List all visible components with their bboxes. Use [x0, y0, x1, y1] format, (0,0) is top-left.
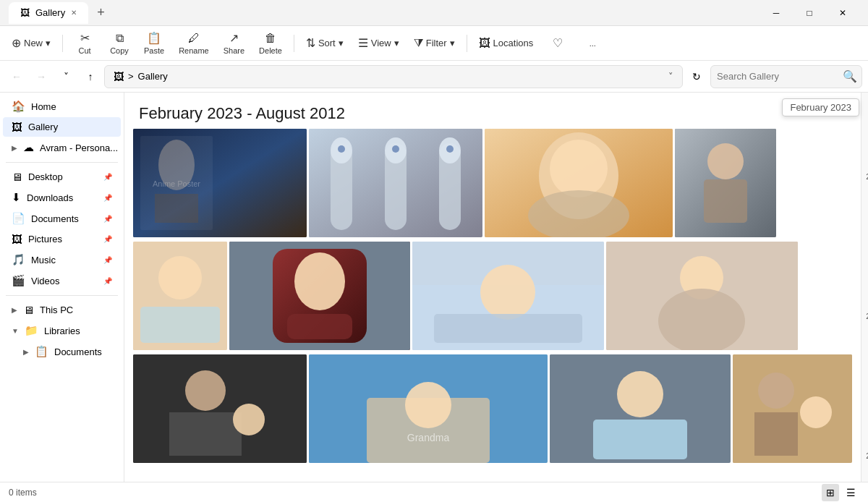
address-dropdown-button[interactable]: ˅: [668, 71, 673, 82]
address-bar: ← → ˅ ↑ 🖼 > Gallery ˅ ↻ 🔍: [0, 61, 868, 93]
refresh-button[interactable]: ↻: [686, 66, 707, 88]
photo-cell[interactable]: [606, 242, 798, 350]
svg-rect-46: [593, 420, 687, 459]
photo-cell[interactable]: Anime Poster: [133, 129, 307, 237]
close-button[interactable]: ✕: [826, 0, 859, 26]
share-button[interactable]: ↗ Share: [218, 29, 250, 58]
photo-cell[interactable]: [412, 242, 604, 350]
photo-cell[interactable]: [733, 354, 852, 463]
sidebar-item-documents[interactable]: 📄 Documents 📌: [3, 208, 121, 229]
tab-label: Gallery: [35, 7, 65, 18]
sidebar-item-lib-documents[interactable]: ▶ 📋 Documents: [3, 341, 121, 362]
pin-icon-downloads: 📌: [103, 194, 112, 202]
search-box[interactable]: 🔍: [710, 65, 862, 88]
sort-button[interactable]: ⇅ Sort ▾: [300, 29, 349, 58]
photo-cell[interactable]: [133, 354, 307, 463]
sort-dropdown-icon: ▾: [339, 38, 344, 48]
tab-close-button[interactable]: ✕: [71, 9, 77, 17]
copy-button[interactable]: ⧉ Copy: [103, 29, 135, 58]
main-layout: 🏠 Home 🖼 Gallery ▶ ☁ Avram - Persona... …: [0, 93, 868, 482]
delete-button[interactable]: 🗑 Delete: [253, 29, 288, 58]
sidebar-item-gallery[interactable]: 🖼 Gallery: [3, 117, 121, 137]
sidebar-item-pictures[interactable]: 🖼 Pictures 📌: [3, 229, 121, 249]
sidebar-item-videos-label: Videos: [31, 276, 60, 286]
sidebar-item-downloads[interactable]: ⬇ Downloads 📌: [3, 187, 121, 208]
timeline-bar: February 2023 ▲ 2023 2012 2010 ▼: [861, 93, 868, 482]
filter-button[interactable]: ⧩ Filter ▾: [408, 29, 461, 58]
search-input[interactable]: [717, 71, 838, 82]
title-bar: 🖼 Gallery ✕ + ─ □ ✕: [0, 0, 868, 26]
maximize-button[interactable]: □: [793, 0, 826, 26]
svg-point-48: [758, 373, 794, 409]
recent-button[interactable]: ˅: [55, 66, 77, 88]
back-button[interactable]: ←: [6, 66, 27, 88]
toolbar: ⊕ New ▾ ✂ Cut ⧉ Copy 📋 Paste 🖊 Rename ↗ …: [0, 26, 868, 61]
photo-cell[interactable]: Grandma: [309, 354, 548, 463]
grid-view-button[interactable]: ⊞: [822, 484, 839, 501]
sidebar-item-desktop[interactable]: 🖥 Desktop 📌: [3, 167, 121, 187]
paste-button[interactable]: 📋 Paste: [138, 29, 170, 58]
sidebar-item-home[interactable]: 🏠 Home: [3, 96, 121, 116]
forward-button[interactable]: →: [30, 66, 52, 88]
up-button[interactable]: ↑: [80, 66, 101, 88]
gallery-title: February 2023 - August 2012: [124, 93, 861, 129]
photo-grid: Anime Poster: [124, 129, 861, 472]
gallery-sidebar-icon: 🖼: [12, 121, 22, 133]
sidebar-item-videos[interactable]: 🎬 Videos 📌: [3, 271, 121, 291]
new-button[interactable]: ⊕ New ▾: [6, 29, 56, 58]
photo-cell[interactable]: [229, 242, 410, 350]
photo-cell[interactable]: [485, 129, 673, 237]
locations-button[interactable]: 🖼 Locations: [473, 29, 540, 58]
svg-point-17: [550, 140, 608, 197]
sidebar-item-desktop-label: Desktop: [28, 171, 63, 182]
address-path[interactable]: 🖼 > Gallery ˅: [104, 65, 683, 88]
item-count: 0 items: [9, 488, 37, 498]
svg-rect-21: [704, 179, 747, 223]
locations-icon: 🖼: [479, 37, 490, 50]
view-dropdown-icon: ▾: [394, 38, 399, 48]
sidebar-item-thispc[interactable]: ▶ 🖥 This PC: [3, 300, 121, 320]
photo-cell[interactable]: [550, 354, 731, 463]
cut-button[interactable]: ✂ Cut: [69, 29, 101, 58]
svg-rect-38: [169, 412, 242, 456]
sidebar-item-documents-label: Documents: [31, 213, 79, 224]
sidebar-divider-2: [6, 295, 118, 296]
view-button[interactable]: ☰ View ▾: [352, 29, 405, 58]
photo-cell[interactable]: [309, 129, 482, 237]
copy-icon: ⧉: [116, 32, 124, 45]
svg-point-14: [446, 145, 454, 153]
toolbar-separator-1: [62, 35, 63, 52]
rename-button[interactable]: 🖊 Rename: [173, 29, 215, 58]
sidebar-item-avram[interactable]: ▶ ☁ Avram - Persona...: [3, 137, 121, 158]
sidebar-item-downloads-label: Downloads: [27, 192, 73, 203]
photo-cell[interactable]: [133, 242, 227, 350]
timeline-year-2012[interactable]: 2012: [864, 309, 868, 323]
cut-icon: ✂: [80, 31, 90, 45]
timeline-year-2010[interactable]: 2010: [864, 448, 868, 463]
list-view-button[interactable]: ☰: [842, 484, 859, 501]
minimize-button[interactable]: ─: [760, 0, 793, 26]
gallery-tab[interactable]: 🖼 Gallery ✕: [9, 2, 88, 24]
toolbar-separator-3: [467, 35, 467, 52]
svg-point-12: [338, 145, 345, 153]
photo-row-3: Grandma: [133, 354, 852, 463]
sidebar-item-music[interactable]: 🎵 Music 📌: [3, 250, 121, 270]
new-tab-button[interactable]: +: [94, 5, 108, 20]
more-button[interactable]: ...: [576, 29, 608, 58]
pin-icon-documents: 📌: [103, 215, 112, 223]
photo-cell[interactable]: [675, 129, 776, 237]
filter-icon: ⧩: [414, 37, 423, 50]
home-icon: 🏠: [12, 100, 25, 113]
sidebar-item-libraries[interactable]: ▼ 📁 Libraries: [3, 320, 121, 341]
svg-point-39: [233, 404, 265, 435]
videos-icon: 🎬: [12, 274, 25, 287]
svg-point-31: [480, 265, 535, 320]
svg-text:Grandma: Grandma: [407, 432, 450, 443]
desktop-icon: 🖥: [12, 171, 22, 183]
timeline-year-2023[interactable]: 2023: [864, 169, 868, 184]
favorite-button[interactable]: ♡: [542, 29, 574, 58]
sort-icon: ⇅: [306, 36, 315, 50]
svg-point-3: [158, 140, 195, 190]
pin-icon-videos: 📌: [103, 277, 112, 285]
pictures-icon: 🖼: [12, 233, 22, 245]
